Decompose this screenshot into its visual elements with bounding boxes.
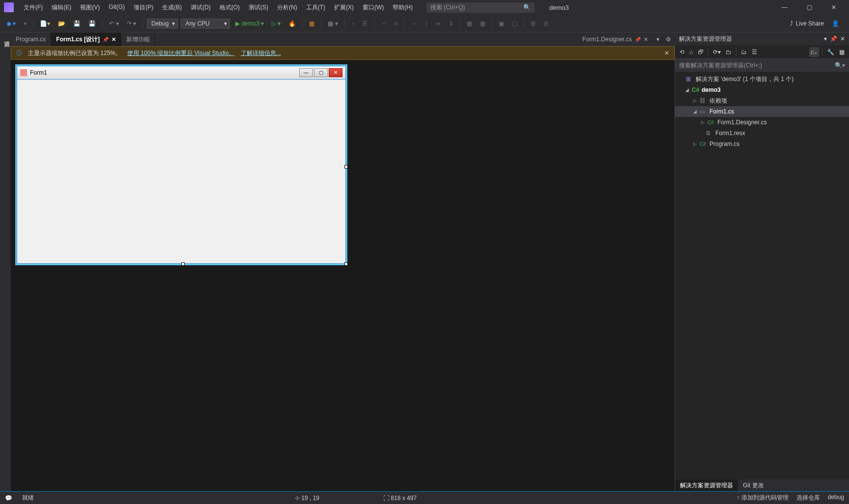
tab-whats-new[interactable]: 新增功能 <box>121 32 155 46</box>
align-middle-button[interactable]: ≡ <box>392 19 400 28</box>
expand-icon[interactable]: ◢ <box>684 87 690 92</box>
grid2-button[interactable]: ⊟ <box>541 19 551 28</box>
tree-dependencies[interactable]: ▷ ⛓ 依赖项 <box>675 95 849 106</box>
close-icon[interactable]: ✕ <box>840 35 845 42</box>
menu-analyze[interactable]: 分析(N) <box>273 1 301 14</box>
tree-program[interactable]: ▷ C# Program.cs <box>675 139 849 149</box>
filter-button[interactable]: ⎌▾ <box>809 47 819 57</box>
tab-program[interactable]: Program.cs <box>11 32 51 46</box>
menu-build[interactable]: 生成(B) <box>158 1 186 14</box>
user-icon[interactable]: 👤 <box>832 20 839 27</box>
menu-tools[interactable]: 工具(T) <box>302 1 329 14</box>
form-close-button[interactable]: ✕ <box>329 68 342 77</box>
properties-button[interactable]: ☰ <box>750 47 759 57</box>
menu-format[interactable]: 格式(O) <box>216 1 244 14</box>
pin-icon[interactable]: 📌 <box>830 35 837 42</box>
save-button[interactable]: 💾 <box>71 19 83 28</box>
config-indicator[interactable]: debug <box>828 494 844 502</box>
nav-forward-button[interactable]: ▾ <box>21 19 29 28</box>
minimize-button[interactable]: — <box>777 2 792 13</box>
start-nodebug-button[interactable]: ▷ ▾ <box>269 19 283 28</box>
vspacing2-button[interactable]: ⇕ <box>446 19 456 28</box>
menu-project[interactable]: 项目(P) <box>130 1 157 14</box>
save-all-button[interactable]: 💾 <box>86 19 98 28</box>
tree-form1[interactable]: ◢ ▭ Form1.cs <box>675 106 849 117</box>
expand-icon[interactable]: ▷ <box>692 141 698 146</box>
form-window[interactable]: Form1 — ▢ ✕ <box>17 66 346 264</box>
maximize-button[interactable]: ▢ <box>802 2 817 13</box>
tree-form1-resx[interactable]: 🗎 Form1.resx <box>675 128 849 139</box>
learn-more-link[interactable]: 了解详细信息... <box>241 49 281 57</box>
grid1-button[interactable]: ⊞ <box>528 19 538 28</box>
undo-button[interactable]: ↶ ▾ <box>107 19 121 28</box>
close-icon[interactable]: ✕ <box>112 36 116 43</box>
close-icon[interactable]: ✕ <box>644 36 648 43</box>
global-search[interactable]: 搜索 (Ctrl+Q) 🔍 <box>426 2 535 13</box>
expand-icon[interactable]: ◢ <box>692 109 698 114</box>
tab-solution-explorer[interactable]: 解决方案资源管理器 <box>675 479 738 491</box>
close-button[interactable]: ✕ <box>826 2 841 13</box>
tree-form1-designer[interactable]: ▷ C# Form1.Designer.cs <box>675 117 849 128</box>
hot-reload-button[interactable]: 🔥 <box>286 19 298 28</box>
hspacing2-button[interactable]: ⇔ <box>433 19 443 28</box>
resize-handle-bottom[interactable] <box>181 262 185 266</box>
menu-debug[interactable]: 调试(D) <box>187 1 215 14</box>
expand-icon[interactable]: ▷ <box>700 120 706 125</box>
hspacing-button[interactable]: ↔ <box>409 19 420 28</box>
resize-handle-right[interactable] <box>344 165 348 168</box>
menu-extensions[interactable]: 扩展(X) <box>330 1 358 14</box>
refresh-button[interactable]: ⟳▾ <box>711 47 722 57</box>
menu-edit[interactable]: 编辑(E) <box>48 1 75 14</box>
menu-git[interactable]: Git(G) <box>105 1 129 14</box>
show-all-button[interactable]: 🗂 <box>739 47 748 57</box>
tab-form1-design[interactable]: Form1.cs [设计] 📌 ✕ <box>51 32 121 46</box>
close-info-button[interactable]: ✕ <box>664 50 669 56</box>
repo-select-button[interactable]: 选择仓库 <box>796 494 820 502</box>
send-back-button[interactable]: ▢ <box>509 19 520 28</box>
form-client-area[interactable] <box>17 80 346 264</box>
tab-dropdown-button[interactable]: ▾ <box>653 36 663 43</box>
menu-view[interactable]: 视图(V) <box>76 1 104 14</box>
live-share[interactable]: ⤴ Live Share 👤 <box>790 20 845 27</box>
view-button[interactable]: ▦ <box>838 47 846 57</box>
sync-button[interactable]: 🗗 <box>696 47 705 57</box>
config-dropdown[interactable]: Debug <box>147 19 178 28</box>
center-form-button[interactable]: ▦ <box>464 19 475 28</box>
home-button[interactable]: ⌂ <box>688 47 694 57</box>
sidebar-toolbox[interactable]: 资源 <box>0 32 11 491</box>
designer-canvas[interactable]: Form1 — ▢ ✕ <box>11 60 675 491</box>
wrench-button[interactable]: 🔧 <box>825 47 836 57</box>
feedback-icon[interactable]: 💬 <box>5 495 12 502</box>
platform-dropdown[interactable]: Any CPU <box>181 19 230 28</box>
open-button[interactable]: 📂 <box>56 19 68 28</box>
menu-file[interactable]: 文件(F) <box>20 1 47 14</box>
menu-help[interactable]: 帮助(H) <box>389 1 417 14</box>
menu-window[interactable]: 窗口(W) <box>359 1 388 14</box>
dropdown-icon[interactable]: ▾ <box>824 35 827 42</box>
collapse-button[interactable]: 🗀 <box>724 47 733 57</box>
vspacing-button[interactable]: ↕ <box>423 19 430 28</box>
expand-icon[interactable]: ▷ <box>692 98 698 103</box>
align-grid-button[interactable]: ▦ ▾ <box>325 19 340 28</box>
center-form2-button[interactable]: ▦ <box>478 19 488 28</box>
resize-handle-corner[interactable] <box>344 262 348 266</box>
align-center-button[interactable]: ☰ <box>360 19 370 28</box>
align-top-button[interactable]: ⫟ <box>378 19 389 28</box>
form-minimize-button[interactable]: — <box>299 68 313 77</box>
panel-search[interactable]: 搜索解决方案资源管理器(Ctrl+;) 🔍▾ <box>675 59 849 72</box>
restart-link[interactable]: 使用 100% 缩放比例重启 Visual Studio。 <box>127 49 235 57</box>
tab-order-button[interactable]: ▦ <box>307 19 317 28</box>
source-control-button[interactable]: ↑ 添加到源代码管理 <box>736 494 788 502</box>
tree-solution[interactable]: ⊞ 解决方案 'demo3' (1 个项目，共 1 个) <box>675 74 849 84</box>
pin-icon[interactable]: 📌 <box>635 37 641 42</box>
back-button[interactable]: ⟲ <box>678 47 686 57</box>
form-maximize-button[interactable]: ▢ <box>314 68 328 77</box>
tree-project[interactable]: ◢ C# demo3 <box>675 84 849 95</box>
tab-form1-designer-cs[interactable]: Form1.Designer.cs 📌 ✕ <box>577 36 653 43</box>
nav-back-button[interactable]: ◉ ▾ <box>4 19 18 28</box>
align-left-button[interactable]: ⫞ <box>349 19 357 28</box>
pin-icon[interactable]: 📌 <box>103 37 109 42</box>
redo-button[interactable]: ↷ ▾ <box>124 19 139 28</box>
new-item-button[interactable]: 📄▾ <box>37 19 53 28</box>
tab-git-changes[interactable]: Git 更改 <box>738 479 769 491</box>
